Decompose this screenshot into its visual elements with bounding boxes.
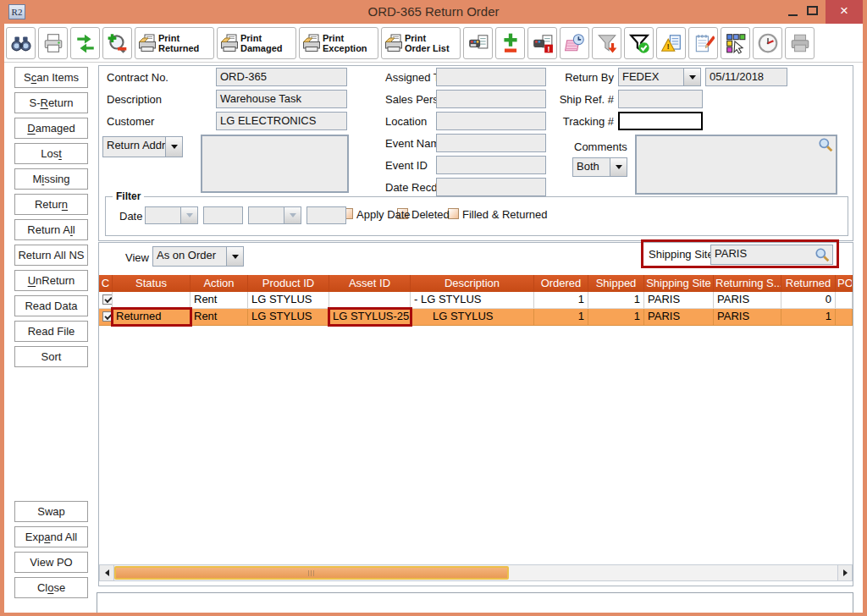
cell-shipped[interactable]: 1 [588, 292, 644, 308]
filter-down-button[interactable] [592, 27, 621, 59]
comments-search-icon[interactable] [818, 137, 833, 156]
date-recd-field[interactable] [436, 178, 546, 196]
column-header-action[interactable]: Action [191, 275, 248, 292]
sidebar-button-read-file[interactable]: Read File [14, 321, 88, 342]
row-checkbox-checked[interactable] [102, 294, 113, 305]
cell-action[interactable]: Rent [191, 309, 248, 325]
cell-c[interactable] [99, 309, 113, 325]
cell-po[interactable] [836, 309, 853, 325]
comments-box[interactable] [635, 135, 837, 195]
sidebar-button-return-all[interactable]: Return All [14, 219, 88, 240]
add-remove-button[interactable] [495, 27, 525, 59]
cell-description[interactable]: - LG STYLUS [411, 292, 534, 308]
horizontal-scrollbar[interactable] [99, 564, 853, 581]
sidebar-button-sort[interactable]: Sort [14, 346, 88, 367]
zoom-in-out-button[interactable] [102, 27, 132, 59]
scroll-left-button[interactable] [100, 565, 114, 580]
minimize-button[interactable] [786, 5, 801, 19]
color-codes-button[interactable] [721, 27, 750, 59]
exception-report-button[interactable]: ! [656, 27, 686, 59]
sidebar-button-unreturn[interactable]: UnReturn [14, 270, 88, 291]
sidebar-button-close[interactable]: Close [14, 577, 88, 598]
location-field[interactable] [436, 112, 546, 130]
cell-asset-id[interactable] [329, 292, 411, 308]
notes-button[interactable] [688, 27, 718, 59]
cell-ordered[interactable]: 1 [534, 309, 588, 325]
column-header-shipped[interactable]: Shipped [588, 275, 644, 292]
filter-check-button[interactable] [624, 27, 654, 59]
tracking-field[interactable] [618, 112, 703, 130]
cell-shipping-site[interactable]: PARIS [644, 292, 714, 308]
print-exception-button[interactable]: PrintException [299, 27, 378, 59]
cell-status[interactable] [113, 292, 191, 308]
column-header-shipping-site[interactable]: Shipping Site [644, 275, 714, 292]
comments-mode-dropdown[interactable]: Both [572, 157, 627, 177]
cell-shipping-site[interactable]: PARIS [644, 309, 714, 325]
cell-returned[interactable]: 0 [781, 292, 836, 308]
sidebar-button-s-return[interactable]: S-Return [14, 92, 88, 113]
cell-returning-s-[interactable]: PARIS [714, 292, 781, 308]
view-dropdown-arrow[interactable] [226, 247, 243, 266]
column-header-returning-s-[interactable]: Returning S... [714, 275, 781, 292]
sidebar-button-damaged[interactable]: Damaged [14, 118, 88, 139]
cell-status[interactable]: Returned [113, 309, 191, 325]
column-header-description[interactable]: Description [411, 275, 534, 292]
ship-ref-field[interactable] [618, 90, 703, 108]
cell-c[interactable] [99, 292, 113, 308]
return-by-dropdown[interactable]: FEDEX [618, 68, 701, 86]
checkbox-filled-returned[interactable] [448, 208, 459, 219]
description-field[interactable]: Warehouse Task [216, 90, 347, 108]
scroll-right-button[interactable] [837, 565, 852, 580]
event-id-field[interactable] [436, 156, 546, 174]
print-damaged-button[interactable]: PrintDamaged [217, 27, 296, 59]
sidebar-button-return-all-ns[interactable]: Return All NS [14, 245, 88, 266]
column-header-c[interactable]: C [99, 275, 113, 292]
shipping-site-search-icon[interactable] [815, 247, 830, 266]
cell-product-id[interactable]: LG STYLUS [248, 292, 329, 308]
close-window-button[interactable]: × [826, 0, 863, 24]
refresh-button[interactable] [70, 27, 100, 59]
scrollbar-thumb[interactable] [114, 566, 509, 580]
print-button[interactable] [38, 27, 68, 59]
sidebar-button-missing[interactable]: Missing [14, 168, 88, 190]
clock-button[interactable] [753, 27, 782, 59]
sidebar-button-read-data[interactable]: Read Data [14, 295, 88, 316]
cell-ordered[interactable]: 1 [534, 292, 588, 308]
sidebar-button-return[interactable]: Return [14, 194, 88, 215]
column-header-product-id[interactable]: Product ID [248, 275, 329, 292]
maximize-button[interactable] [807, 6, 818, 15]
cell-description[interactable]: LG STYLUS [411, 309, 534, 325]
schedule-button[interactable] [560, 27, 589, 59]
equipment-button[interactable] [463, 27, 493, 59]
view-dropdown[interactable]: As on Order [152, 246, 244, 267]
return-date-field[interactable]: 05/11/2018 [705, 68, 787, 86]
contract-no-field[interactable]: ORD-365 [216, 68, 347, 86]
row-checkbox-checked[interactable] [102, 311, 113, 322]
return-addr-dropdown[interactable]: Return Addr... [102, 136, 183, 157]
return-addr-dropdown-arrow[interactable] [165, 137, 182, 157]
cell-product-id[interactable]: LG STYLUS [248, 309, 329, 325]
column-header-ordered[interactable]: Ordered [534, 275, 588, 292]
sidebar-button-scan-items[interactable]: Scan Items [14, 67, 88, 88]
binoculars-button[interactable] [6, 27, 36, 59]
comments-mode-dropdown-arrow[interactable] [610, 158, 627, 176]
sales-person-field[interactable] [436, 90, 546, 108]
column-header-po[interactable]: PO [836, 275, 853, 292]
customer-field[interactable]: LG ELECTRONICS [216, 112, 347, 130]
cell-returning-s-[interactable]: PARIS [714, 309, 781, 325]
cell-po[interactable] [836, 292, 853, 308]
print-order-list-button[interactable]: PrintOrder List [381, 27, 461, 59]
table-row[interactable]: ReturnedRentLG STYLUSLG STYLUS-25LG STYL… [99, 309, 853, 326]
sidebar-button-view-po[interactable]: View PO [14, 552, 88, 573]
column-header-returned[interactable]: Returned [781, 275, 836, 292]
equipment-alert-button[interactable]: ! [527, 27, 557, 59]
column-header-asset-id[interactable]: Asset ID [329, 275, 411, 292]
event-name-field[interactable] [436, 134, 546, 152]
cell-asset-id[interactable]: LG STYLUS-25 [329, 309, 411, 325]
cell-action[interactable]: Rent [191, 292, 248, 308]
sidebar-button-swap[interactable]: Swap [14, 501, 88, 522]
cell-shipped[interactable]: 1 [588, 309, 644, 325]
return-address-box[interactable] [201, 135, 349, 193]
return-by-dropdown-arrow[interactable] [683, 69, 700, 85]
sidebar-button-expand-all[interactable]: Expand All [14, 526, 88, 547]
